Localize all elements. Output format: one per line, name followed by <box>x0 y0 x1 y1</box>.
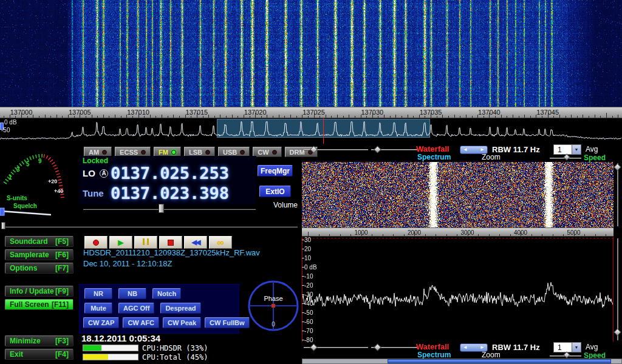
s-units-label: S-units <box>7 195 27 201</box>
frequency-readout: Locked LO A 0137.025.253 Tune 0137.023.3… <box>79 156 256 204</box>
af-scale-tick <box>521 232 521 236</box>
freq-scale-tick <box>132 116 133 118</box>
minimize-button[interactable]: Minimize[F3] <box>5 335 73 346</box>
slider-handle[interactable] <box>374 146 381 153</box>
volume-slider[interactable] <box>83 204 256 213</box>
af-waterfall-v-slider[interactable] <box>614 162 621 228</box>
af-scale-tick <box>606 234 606 236</box>
af-db-tick <box>302 322 304 322</box>
rf-frequency-scale[interactable]: 1370001370051370101370151370201370251370… <box>0 107 622 118</box>
rf-spectrum-display[interactable]: 0 dB -50 <box>0 118 622 144</box>
info-update-button[interactable]: Info / Update[F9] <box>5 286 73 297</box>
freq-scale-tick <box>250 116 250 118</box>
freq-scale-tick <box>442 115 443 118</box>
af-avg-dropdown[interactable]: 1▼ <box>553 342 581 352</box>
af-waterfall-display[interactable] <box>302 162 613 228</box>
af-scale-tick <box>584 234 585 236</box>
nr-button[interactable]: NR <box>84 288 112 299</box>
slider-handle[interactable] <box>310 146 318 153</box>
volume-slider-handle[interactable] <box>159 204 164 213</box>
af-waterfall-brightness-slider[interactable] <box>304 146 368 153</box>
lo-vfo-badge[interactable]: A <box>100 169 108 178</box>
phase-zero-label: 0 <box>272 321 275 328</box>
squelch-handle[interactable] <box>0 208 4 215</box>
af-frequency-scale[interactable]: 10002000300040005000 <box>302 228 613 237</box>
nb-button[interactable]: NB <box>118 288 146 299</box>
slider-handle[interactable] <box>374 343 381 351</box>
freq-scale-tick <box>519 116 519 118</box>
zoom-out-icon[interactable]: ◄ <box>463 147 468 152</box>
cw-fullbw-button[interactable]: CW FullBw <box>205 317 249 328</box>
bandwidth-slider[interactable] <box>1 221 298 229</box>
freq-scale-tick <box>208 115 209 118</box>
freq-scale-tick <box>156 116 156 118</box>
s-meter-plus20: +20 <box>48 178 57 184</box>
lo-frequency-value[interactable]: 0137.025.253 <box>111 164 229 183</box>
phase-scope[interactable]: Phase 0 <box>245 278 301 334</box>
cw-zap-button[interactable]: CW ZAP <box>83 317 119 328</box>
freq-scale-tick <box>314 113 315 118</box>
slider-handle[interactable] <box>310 343 318 351</box>
rf-waterfall-display[interactable] <box>0 0 622 107</box>
dropdown-arrow-icon[interactable]: ▼ <box>572 145 581 154</box>
zoom-in-icon[interactable]: ► <box>480 345 485 350</box>
af-waterfall-contrast-slider[interactable] <box>371 146 417 153</box>
cw-afc-button[interactable]: CW AFC <box>123 317 159 328</box>
record-button[interactable] <box>84 236 108 249</box>
af-waterfall-brightness-slider[interactable] <box>304 344 368 351</box>
dropdown-arrow-icon[interactable]: ▼ <box>572 343 581 352</box>
freq-scale-tick <box>425 116 425 118</box>
freqmgr-button[interactable]: FreqMgr <box>258 165 293 177</box>
af-avg-dropdown[interactable]: 1▼ <box>553 144 581 155</box>
zoom-in-icon[interactable]: ► <box>480 147 485 152</box>
mode-cw[interactable]: CW <box>253 147 281 157</box>
options-button[interactable]: Options[F7] <box>5 263 73 274</box>
af-waterfall-contrast-slider[interactable] <box>371 344 417 351</box>
notch-button[interactable]: Notch <box>152 288 181 299</box>
slider-handle[interactable] <box>613 163 621 171</box>
bandwidth-slider-track <box>1 226 298 228</box>
rewind-button[interactable]: ◀◀ <box>184 236 207 249</box>
freq-scale-tick <box>419 115 420 118</box>
af-db-label: 0 dB <box>304 265 317 271</box>
slider-handle[interactable] <box>563 351 570 358</box>
slider-handle[interactable] <box>613 328 621 336</box>
bandwidth-slider-handle[interactable] <box>1 222 5 229</box>
cw-peak-button[interactable]: CW Peak <box>163 317 201 328</box>
play-button[interactable]: ▶ <box>109 236 132 249</box>
af-spectrum-tab[interactable]: Spectrum <box>417 153 451 161</box>
mode-lsb-led-icon <box>205 150 210 155</box>
freq-scale-tick <box>50 116 51 118</box>
exit-button[interactable]: Exit[F4] <box>5 349 73 360</box>
af-waterfall-tab[interactable]: Waterfall <box>416 342 449 351</box>
af-spectrum-display[interactable]: 3020100 dB-10-20-30-40-50-60-70-80 <box>302 237 613 342</box>
af-scale-tick <box>542 234 542 236</box>
zoom-out-icon[interactable]: ◄ <box>463 345 468 350</box>
agc-button[interactable]: AGC Off <box>118 303 154 314</box>
samplerate-button[interactable]: Samplerate[F6] <box>5 249 73 260</box>
extio-button[interactable]: ExtIO <box>259 186 291 197</box>
af-zoom-scrollbar[interactable] <box>302 359 622 364</box>
freq-scale-tick <box>150 115 151 118</box>
mute-button[interactable]: Mute <box>84 303 112 314</box>
tune-frequency-value[interactable]: 0137.023.398 <box>111 184 229 203</box>
af-spectrum-tab[interactable]: Spectrum <box>417 351 451 359</box>
slider-handle[interactable] <box>563 153 570 160</box>
rf-scale-marker[interactable] <box>0 123 4 130</box>
af-db-tick <box>302 285 304 286</box>
af-zoom-scrollbar-thumb[interactable] <box>388 359 611 363</box>
pause-icon <box>142 238 150 247</box>
stop-button[interactable] <box>159 236 182 249</box>
af-spectrum-v-slider[interactable] <box>614 237 621 342</box>
s-meter[interactable]: 1 3 5 9 +20 +40 S-units Squelch <box>0 146 78 223</box>
loop-button[interactable]: ∞ <box>209 236 232 249</box>
despread-button[interactable]: Despread <box>160 303 200 314</box>
soundcard-button[interactable]: Soundcard[F5] <box>5 236 73 247</box>
fullscreen-button[interactable]: Full Screen[F11] <box>5 299 73 310</box>
af-waterfall-tab[interactable]: Waterfall <box>416 144 449 153</box>
pause-button[interactable] <box>134 236 157 249</box>
options-key: [F7] <box>55 264 69 272</box>
af-zoom-label: Zoom <box>482 153 501 161</box>
af-speed-slider[interactable] <box>550 155 581 162</box>
freq-scale-tick <box>284 116 285 118</box>
